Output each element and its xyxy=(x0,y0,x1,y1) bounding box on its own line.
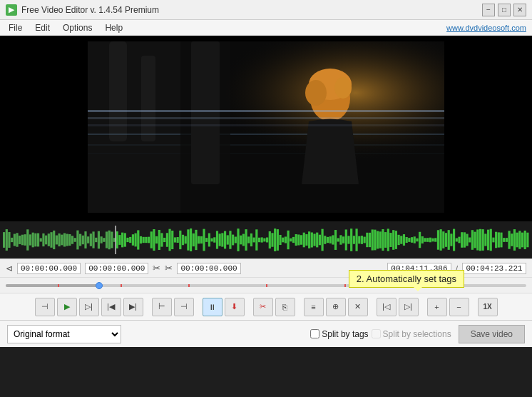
speed-button[interactable]: 1X xyxy=(478,298,498,316)
play-button[interactable]: ▶ xyxy=(57,298,77,316)
prev-keyframe-button[interactable]: |◀ xyxy=(101,298,121,316)
svg-rect-120 xyxy=(279,235,281,245)
svg-rect-13 xyxy=(191,41,220,184)
svg-rect-75 xyxy=(160,233,163,246)
svg-rect-211 xyxy=(518,231,521,248)
time-current: 00:04:11.386 xyxy=(387,263,451,274)
svg-rect-71 xyxy=(150,231,153,248)
svg-rect-179 xyxy=(434,238,436,241)
prev-marker-button[interactable]: |◁ xyxy=(377,298,397,316)
svg-rect-60 xyxy=(121,233,123,248)
svg-rect-190 xyxy=(464,232,466,247)
settings-button[interactable]: ≡ xyxy=(304,298,324,316)
svg-rect-43 xyxy=(76,231,78,250)
svg-rect-169 xyxy=(408,238,410,242)
menu-file[interactable]: File xyxy=(3,21,28,34)
svg-rect-113 xyxy=(261,237,263,242)
time-clip-end[interactable]: 00:00:00.000 xyxy=(85,263,148,274)
split-by-tags-checkbox[interactable] xyxy=(310,329,319,338)
svg-rect-101 xyxy=(229,231,231,248)
video-area: 1. Audio waveform xyxy=(0,36,532,221)
format-select[interactable]: Original format xyxy=(7,325,121,343)
svg-rect-38 xyxy=(63,233,66,247)
scrubber-track[interactable] xyxy=(6,284,526,287)
svg-rect-185 xyxy=(450,233,452,246)
svg-rect-97 xyxy=(219,233,221,246)
svg-rect-141 xyxy=(334,230,337,250)
maximize-button[interactable]: □ xyxy=(498,4,511,16)
svg-rect-27 xyxy=(34,233,36,247)
go-to-prev-button[interactable]: ⊢ xyxy=(152,298,172,316)
svg-rect-56 xyxy=(111,232,113,248)
minimize-button[interactable]: − xyxy=(482,4,495,16)
save-video-button[interactable]: Save video xyxy=(459,325,525,343)
go-to-start-button[interactable]: ⊣ xyxy=(35,298,55,316)
svg-rect-140 xyxy=(332,235,334,244)
scrubber-area[interactable] xyxy=(0,277,532,293)
close-button[interactable]: ✕ xyxy=(513,4,526,16)
split-button[interactable]: ⊕ xyxy=(326,298,346,316)
svg-rect-105 xyxy=(240,236,242,245)
split-by-tags-item[interactable]: Split by tags xyxy=(310,329,368,339)
svg-rect-133 xyxy=(313,233,315,246)
svg-rect-170 xyxy=(411,237,413,243)
svg-rect-104 xyxy=(237,228,239,251)
svg-rect-168 xyxy=(406,237,408,243)
scrubber-marker-1 xyxy=(58,284,59,287)
time-selection[interactable]: 00:00:00.000 xyxy=(177,263,240,274)
svg-rect-30 xyxy=(42,233,44,246)
cut-button[interactable]: ✂ xyxy=(253,298,273,316)
svg-rect-177 xyxy=(429,238,431,243)
svg-rect-183 xyxy=(445,233,447,247)
svg-rect-18 xyxy=(11,238,13,242)
svg-rect-88 xyxy=(195,230,197,250)
svg-rect-46 xyxy=(84,231,86,248)
svg-rect-158 xyxy=(379,231,382,248)
scrubber-handle[interactable] xyxy=(96,282,103,289)
svg-rect-117 xyxy=(271,233,273,246)
go-to-next-button[interactable]: ⊣ xyxy=(174,298,194,316)
waveform-area[interactable] xyxy=(0,221,532,258)
time-total: 00:04:23.221 xyxy=(462,263,526,274)
cut-icon1: ✂ xyxy=(153,263,160,273)
svg-rect-103 xyxy=(235,236,237,243)
svg-rect-69 xyxy=(145,237,147,243)
website-link[interactable]: www.dvdvideosoft.com xyxy=(446,24,526,32)
svg-rect-116 xyxy=(269,231,271,248)
scrubber-marker-4 xyxy=(266,284,267,287)
svg-rect-214 xyxy=(526,233,528,248)
svg-rect-196 xyxy=(479,229,481,251)
svg-rect-131 xyxy=(308,231,310,248)
zoom-in-button[interactable]: + xyxy=(427,298,447,316)
delete-button[interactable]: ✕ xyxy=(348,298,368,316)
svg-rect-85 xyxy=(187,229,189,250)
svg-rect-167 xyxy=(403,234,405,246)
pause-button[interactable]: ⏸ xyxy=(203,298,222,316)
time-clip-start[interactable]: 00:00:00.000 xyxy=(17,263,81,274)
copy-button[interactable]: ⎘ xyxy=(275,298,295,316)
menu-options[interactable]: Options xyxy=(57,21,98,34)
frame-forward-button[interactable]: ▷| xyxy=(79,298,99,316)
zoom-out-button[interactable]: − xyxy=(449,298,469,316)
svg-rect-61 xyxy=(124,233,126,246)
svg-rect-55 xyxy=(108,231,111,249)
svg-rect-62 xyxy=(126,238,128,242)
svg-rect-144 xyxy=(342,236,344,243)
menu-edit[interactable]: Edit xyxy=(29,21,56,34)
svg-rect-92 xyxy=(205,238,208,242)
svg-rect-210 xyxy=(516,233,518,248)
next-keyframe-button[interactable]: ▶| xyxy=(123,298,143,316)
svg-point-11 xyxy=(334,77,352,99)
split-by-tags-label[interactable]: Split by tags xyxy=(322,329,368,339)
svg-rect-31 xyxy=(45,236,47,245)
menu-help[interactable]: Help xyxy=(99,21,128,34)
download-button[interactable]: ⬇ xyxy=(225,298,245,316)
svg-rect-186 xyxy=(453,229,455,251)
next-marker-button[interactable]: ▷| xyxy=(399,298,419,316)
svg-rect-90 xyxy=(200,236,203,243)
svg-rect-45 xyxy=(82,236,84,244)
svg-rect-87 xyxy=(193,233,195,246)
svg-rect-37 xyxy=(61,235,63,246)
scrubber-marker-3 xyxy=(188,284,190,287)
svg-rect-174 xyxy=(421,236,424,243)
